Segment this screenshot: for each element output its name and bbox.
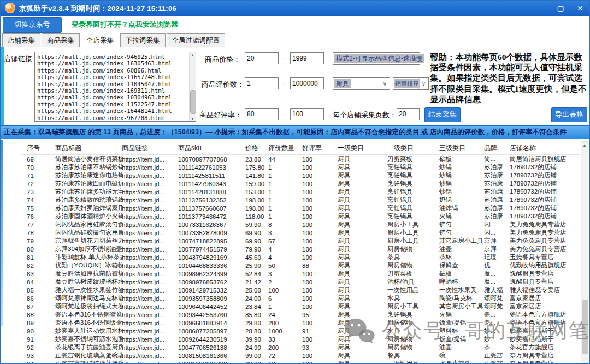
column-header[interactable]: 商品链接 bbox=[122, 141, 178, 155]
table-cell: 2 bbox=[268, 278, 302, 286]
table-row[interactable]: 74苏泊康多精致的珐琅锅线...https://item.jd...101137… bbox=[21, 196, 582, 204]
scroll-thumb[interactable] bbox=[190, 90, 196, 113]
table-row[interactable]: 79京拜鱿鱼切花刀切葱丝刀...https://item.jd...100747… bbox=[21, 237, 582, 245]
install-browser-link[interactable]: 登录界面打不开？点我安装浏览器 bbox=[72, 20, 178, 29]
table-cell: 24 bbox=[268, 311, 302, 319]
table-cell: 厨具 bbox=[338, 196, 387, 204]
column-header[interactable]: 一级类目 bbox=[338, 141, 387, 155]
close-button[interactable]: ✕ bbox=[575, 4, 585, 12]
stop-collect-button[interactable]: 结束采集 bbox=[424, 107, 461, 122]
tab-3[interactable]: 下拉词采集 bbox=[120, 33, 166, 47]
shop-links-scrollbar[interactable]: ▲ ▼ bbox=[189, 52, 196, 121]
table-row[interactable]: 85雅大福一次性水果签竹签...https://item.jd...100914… bbox=[21, 286, 582, 294]
sort-select[interactable]: 销量排序 ∨ bbox=[393, 77, 429, 90]
scroll-up-icon[interactable]: ▲ bbox=[190, 53, 196, 57]
table-cell: 52.84 bbox=[245, 270, 268, 278]
table-cell: 10111428131888 bbox=[178, 188, 245, 196]
column-header[interactable]: 序号 bbox=[21, 141, 55, 155]
column-header[interactable]: 商品sku bbox=[178, 141, 245, 155]
table-cell: 炒锅 bbox=[439, 180, 484, 188]
table-row[interactable]: 82优勤（YOUQIN）冰箱收纳...https://item.jd...101… bbox=[21, 261, 582, 270]
table-row[interactable]: 86颂呵梵原神周边马克杯魈...https://item.jd...100935… bbox=[21, 294, 582, 302]
table-row[interactable]: 94正瓷宫高硼硅玻璃蒸蛋碗...https://item.jd...100815… bbox=[21, 360, 582, 364]
column-header[interactable]: 二级类目 bbox=[387, 141, 439, 155]
switch-account-button[interactable]: 切换京东号 bbox=[3, 17, 62, 33]
pages-input[interactable] bbox=[397, 108, 420, 120]
price-max-input[interactable] bbox=[290, 52, 324, 64]
table-cell: 厨具 bbox=[338, 237, 387, 245]
table-row[interactable]: 90妙奕嘉大肚运动饮用水杯...https://item.jd...100860… bbox=[21, 327, 582, 335]
tab-4[interactable]: 全局过滤词配置 bbox=[167, 33, 226, 47]
table-row[interactable]: 83魔豆胜活加厚抗菌防霉切...https://item.jd...100989… bbox=[21, 270, 582, 278]
scroll-up-icon[interactable]: ▲ bbox=[581, 143, 588, 148]
chevron-down-icon[interactable]: ∨ bbox=[410, 53, 420, 64]
table-row[interactable]: 76苏泊康固体酒精炉小火锅...https://item.jd...101137… bbox=[21, 212, 582, 220]
column-header[interactable]: 价格 bbox=[245, 141, 268, 155]
table-cell: 妙奕嘉不锈钢可沥水泡面... bbox=[55, 335, 122, 343]
reviews-min-input[interactable] bbox=[245, 77, 279, 89]
table-cell: 100 bbox=[302, 302, 338, 311]
tab-1[interactable]: 商品采集 bbox=[42, 33, 80, 47]
column-header[interactable]: 三级类目 bbox=[439, 141, 484, 155]
table-cell: 10070897707868 bbox=[178, 155, 245, 164]
app-window: 京狐助手v2.8.4 到期时间：2024-11-27 15:11:06 — ▢ … bbox=[0, 0, 590, 364]
table-row[interactable]: 71苏泊康苏泊康迷你电热锅...https://item.jd...101114… bbox=[21, 171, 582, 180]
tab-2[interactable]: 全店采集 bbox=[81, 33, 119, 47]
table-cell: 10113773436472 bbox=[178, 212, 245, 220]
table-cell: 4 bbox=[268, 245, 302, 253]
column-header[interactable]: 商品标题 bbox=[55, 141, 122, 155]
table-row[interactable]: 84魔豆胜活树皮纹玻璃杯水...https://item.jd...100989… bbox=[21, 278, 582, 286]
export-table-button[interactable]: 导出表格 bbox=[551, 107, 587, 122]
table-cell: 烹饪锅具 bbox=[387, 204, 439, 212]
table-row[interactable]: 92茶花银离子抗菌油壶厨房...https://item.jd...100477… bbox=[21, 343, 582, 351]
table-cell: 59.90 bbox=[245, 220, 268, 229]
table-row[interactable]: 91妙奕嘉不锈钢可沥水泡面...https://item.jd...100926… bbox=[21, 335, 582, 343]
price-min-input[interactable] bbox=[245, 52, 279, 64]
chevron-down-icon[interactable]: ∨ bbox=[380, 78, 390, 89]
table-row[interactable]: 69简居简洁小麦秸秆切菜板...https://item.jd...100708… bbox=[21, 155, 582, 164]
maximize-button[interactable]: ▢ bbox=[556, 4, 565, 12]
table-row[interactable]: 72苏泊康苏泊康凹面电磁炉...https://item.jd...101114… bbox=[21, 180, 582, 188]
category-select[interactable]: 厨具 ∨ bbox=[333, 77, 390, 90]
table-cell: 8 bbox=[268, 220, 302, 229]
table-cell: 陶瓷/马克杯 bbox=[439, 294, 484, 302]
column-header[interactable]: 店铺名称 bbox=[510, 141, 582, 155]
table-row[interactable]: 88瓷语本色316不锈钢鸳鸯锅...https://item.jd...1009… bbox=[21, 311, 582, 319]
table-cell: 93 bbox=[302, 343, 338, 351]
table-scrollbar[interactable]: ▲ bbox=[581, 141, 588, 364]
table-cell: 93 bbox=[21, 351, 55, 360]
table-row[interactable]: 89瓷语本色316不锈钢饭盒上...https://item.jd...1009… bbox=[21, 319, 582, 327]
table-row[interactable]: 81斗彩鸡缸杯 单人茶杯茶盏...https://item.jd...10043… bbox=[21, 253, 582, 261]
column-header[interactable]: 品牌 bbox=[484, 141, 510, 155]
status-text: 正在采集：双鸟瑞莱旗舰店 的第 13 页商品，总进度：（1504\93）— 小提… bbox=[1, 128, 567, 137]
column-header[interactable]: 好评率 bbox=[302, 141, 338, 155]
table-cell: 妙奕嘉秳秳斯干 bbox=[510, 335, 582, 343]
table-row[interactable]: 78闪闪优品硅胶撮勺家用厨...https://item.jd...100733… bbox=[21, 229, 582, 237]
table-row[interactable]: 77闪闪优品家用硅胶汤勺食...https://item.jd...100733… bbox=[21, 220, 582, 229]
mode-select[interactable]: 模式2-可显示品牌信息-速度慢 ∨ bbox=[333, 52, 420, 65]
table-cell: 茶杯 bbox=[439, 253, 484, 261]
reviews-max-input[interactable] bbox=[290, 77, 324, 89]
tab-0[interactable]: 店铺采集 bbox=[2, 33, 40, 47]
scroll-down-icon[interactable]: ▼ bbox=[190, 117, 196, 121]
shop-links-box[interactable]: https://mall.jd.com/index-946025.html ht… bbox=[34, 52, 196, 122]
table-row[interactable]: 93正瓷宫钢化玻璃蒸蛋碗蒸...https://item.jd...100815… bbox=[21, 351, 582, 360]
results-table: 序号商品标题商品链接商品sku价格评价数量好评率一级类目二级类目三级类目品牌店铺… bbox=[21, 141, 582, 364]
table-row[interactable]: 87颂呵梵垃圾袋抽绳式大卷...https://item.jd...100964… bbox=[21, 302, 582, 311]
table-cell: 碗 bbox=[439, 351, 484, 360]
scroll-thumb[interactable] bbox=[582, 300, 588, 354]
rate-max-input[interactable] bbox=[290, 108, 324, 120]
table-row[interactable]: 75苏泊康天妇罗油炸锅家用...https://item.jd...101137… bbox=[21, 204, 582, 212]
table-row[interactable]: 73苏泊康苏泊康多功能元宝...https://item.jd...101114… bbox=[21, 188, 582, 196]
column-header[interactable]: 评价数量 bbox=[268, 141, 302, 155]
chevron-down-icon[interactable]: ∨ bbox=[418, 78, 428, 89]
minimize-button[interactable]: — bbox=[536, 4, 546, 12]
table-cell: 厨具 bbox=[338, 261, 387, 270]
table-cell: 45.60 bbox=[245, 253, 268, 261]
app-logo-icon bbox=[5, 3, 15, 13]
rate-min-input[interactable] bbox=[245, 108, 279, 120]
table-cell: 10113756132352 bbox=[178, 196, 245, 204]
table-row[interactable]: 80京拜304加厚不锈钢油壶 ...https://item.jd...1007… bbox=[21, 245, 582, 253]
table-cell: 油壶 bbox=[439, 343, 484, 351]
table-row[interactable]: 70苏泊康苏泊康不粘锅炒锅...https://item.jd...101114… bbox=[21, 163, 582, 171]
